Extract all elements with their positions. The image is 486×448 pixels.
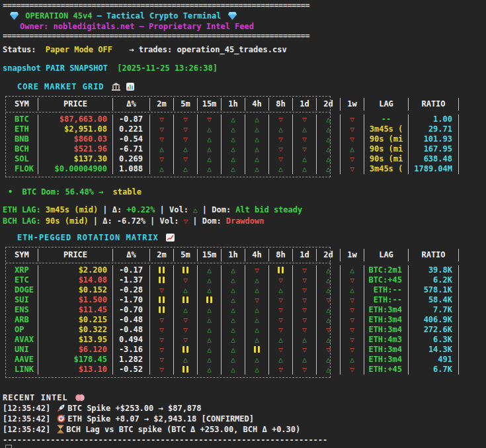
trend-cell: ▽ (341, 114, 364, 124)
trend-pause-icon (159, 277, 165, 283)
trend-up-icon: △ (278, 286, 283, 294)
price-cell: $6.120 (38, 345, 113, 355)
trend-down-icon: ▽ (350, 135, 354, 144)
trend-down-icon: ▽ (278, 345, 283, 354)
lag-cell: BTC:+45 (364, 275, 409, 285)
trend-down-icon: ▽ (159, 155, 164, 163)
trend-up-icon: △ (159, 165, 164, 173)
trend-cell: ▽ (269, 114, 293, 124)
trend-pause-icon (182, 267, 188, 273)
trend-pause-icon (254, 346, 260, 353)
column-header: 4h (245, 249, 269, 261)
trend-cell: △ (198, 325, 222, 335)
status-line: Status: Paper Mode OFF → trades: operati… (3, 44, 486, 55)
trend-up-icon: △ (350, 286, 354, 294)
trend-cell: △ (341, 265, 364, 275)
delta-cell: 1.088 (113, 164, 150, 174)
table-row: SOL$137.300.269▽▽△△△▽△△▽90s (mi638.48 (6, 154, 469, 164)
title-subtitle: Tactical Crypto Terminal (106, 11, 221, 21)
table-row: DOGE$0.152-0.28▽△△△△△▽△△ETH:--578.1K (6, 285, 469, 295)
lag-cell: -- (364, 114, 409, 124)
ratio-cell: 578.1K (409, 285, 459, 295)
trend-down-icon: ▽ (183, 336, 188, 344)
trend-cell: △ (245, 134, 269, 144)
trend-cell: ▽ (269, 365, 293, 375)
dom-status: stable (113, 187, 142, 197)
lag-cell: ETH:4m3 (364, 335, 409, 345)
trend-down-icon: ▽ (183, 155, 188, 163)
trend-cell: △ (317, 144, 341, 154)
trend-cell: △ (198, 164, 222, 174)
trend-cell: △ (222, 295, 245, 305)
trend-down-icon: ▽ (302, 345, 307, 354)
trend-cell (174, 365, 198, 375)
trend-up-icon: △ (207, 345, 212, 354)
trend-up-icon: △ (302, 355, 307, 364)
trend-up-icon: △ (231, 365, 235, 374)
lag-cell: ETH:+45 (364, 365, 409, 375)
table-row: BTC$87,663.00-0.87▽▽▽△△▽▽△▽--1.00 (6, 114, 469, 124)
trend-cell: ▽ (341, 154, 364, 164)
column-header: 2d (317, 249, 341, 261)
trend-up-icon: △ (326, 306, 331, 314)
trend-down-icon: ▽ (255, 266, 259, 275)
trend-up-icon: △ (326, 135, 331, 144)
lag-cell: ETH:-- (364, 285, 409, 295)
trend-down-icon: ▽ (350, 155, 354, 163)
trend-up-icon: △ (207, 125, 212, 134)
trend-up-icon: △ (326, 276, 331, 285)
trend-cell: ▽ (317, 295, 341, 305)
trend-cell: ▽ (198, 114, 222, 124)
trend-pause-icon (206, 296, 212, 303)
column-header: Δ% (113, 98, 150, 111)
trend-up-icon: △ (278, 355, 283, 364)
trend-cell: ▽ (341, 335, 364, 345)
trend-cell: ▽ (341, 365, 364, 375)
trend-up-icon: △ (255, 115, 259, 124)
eth-delta-label: | Δ: (102, 205, 122, 214)
bch-lag-mid: (mid) (65, 216, 89, 226)
trend-down-icon: ▽ (159, 326, 164, 334)
trend-cell: △ (222, 325, 245, 335)
trend-up-icon: △ (207, 165, 212, 173)
column-header: PRICE (38, 249, 113, 261)
trend-up-icon: △ (255, 155, 259, 163)
ratio-cell: 1.00 (409, 114, 459, 124)
trend-cell: △ (198, 124, 222, 134)
rotation-matrix-title: ETH-PEGGED ROTATION MATRIX (3, 232, 486, 243)
trend-cell: △ (198, 275, 222, 285)
trend-cell: △ (245, 335, 269, 345)
trend-cell: ▽ (150, 345, 174, 355)
trend-cell: ▽ (293, 134, 317, 144)
trend-down-icon: ▽ (350, 336, 354, 344)
ratio-cell: 6.3K (409, 335, 459, 345)
trend-cell: △ (198, 144, 222, 154)
ratio-cell: 167.95 (409, 144, 459, 154)
lag-cell: ETH:3m4 (364, 325, 409, 335)
delta-cell: -3.16 (113, 345, 150, 355)
trend-up-icon: △ (207, 266, 212, 275)
trend-cell: △ (222, 275, 245, 285)
ratio-cell: 1789.04M (409, 164, 459, 174)
trend-up-icon: △ (183, 355, 188, 364)
trend-cell: △ (317, 275, 341, 285)
trend-down-icon: ▽ (278, 135, 283, 144)
trend-cell (174, 345, 198, 355)
trend-cell (150, 265, 174, 275)
price-cell: $1.500 (38, 295, 113, 305)
trend-cell: △ (222, 345, 245, 355)
column-header: 5m (174, 249, 198, 261)
symbol-cell: XRP (6, 265, 38, 275)
trend-cell: △ (222, 164, 245, 174)
trend-up-icon: △ (326, 115, 331, 124)
trend-up-icon: △ (326, 355, 331, 364)
trend-cell: ▽ (174, 315, 198, 325)
trend-up-icon: △ (207, 135, 212, 144)
trend-cell: △ (245, 305, 269, 315)
trend-up-icon: △ (326, 155, 331, 163)
core-grid-title-text: CORE MARKET GRID (17, 82, 104, 91)
trend-down-icon: ▽ (159, 365, 164, 374)
trend-cell: ▽ (293, 325, 317, 335)
log-message: ETH Spike +8.07 → $2,943.18 [CONFIRMED] (67, 414, 254, 424)
table-row: ETH$2,951.080.221▽▽△△△△△△▽3m45s (29.71 (6, 124, 469, 134)
